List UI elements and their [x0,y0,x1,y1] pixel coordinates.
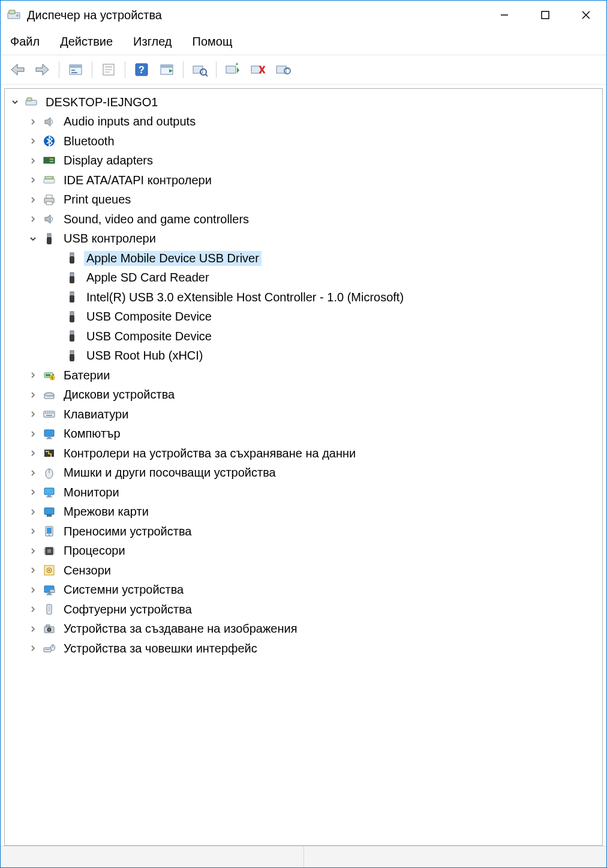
toolbar-back-button[interactable] [7,59,28,80]
toolbar-show-hidden-button[interactable] [65,59,86,80]
svg-rect-90 [44,430,54,436]
svg-rect-41 [44,179,55,183]
tree-device[interactable]: USB Root Hub (xHCI) [7,346,600,366]
tree-category[interactable]: USB контролери [7,229,600,249]
expand-toggle-icon[interactable] [28,487,38,498]
minimize-button[interactable] [484,1,525,29]
menu-action[interactable]: Действие [56,32,116,51]
tree-device[interactable]: Intel(R) USB 3.0 eXtensible Host Control… [7,288,600,307]
toolbar-separator [125,61,125,78]
collapse-toggle-icon[interactable] [28,234,38,244]
battery-icon [42,368,56,382]
toolbar-refresh-button[interactable] [156,59,178,80]
expand-toggle-icon[interactable] [28,429,38,439]
maximize-button[interactable] [525,1,566,29]
tree-root[interactable]: DESKTOP-IEJNGO1 [7,92,600,112]
expand-toggle-icon[interactable] [28,526,38,537]
tree-category-label: Софтуерни устройства [61,602,194,617]
tree-category[interactable]: Устройства за създаване на изображения [7,619,600,639]
expand-toggle-icon[interactable] [28,175,38,185]
svg-rect-57 [70,276,74,283]
expand-toggle-icon[interactable] [28,585,38,595]
expand-toggle-icon[interactable] [28,409,38,420]
tree-category[interactable]: Audio inputs and outputs [7,112,600,132]
device-tree[interactable]: DESKTOP-IEJNGO1Audio inputs and outputsB… [5,89,602,661]
expand-toggle-icon[interactable] [28,604,38,615]
tree-category[interactable]: Контролери на устройства за съхраняване … [7,444,600,463]
tree-device-label: USB Composite Device [84,329,214,344]
menu-file[interactable]: Файл [7,32,43,51]
svg-rect-74 [71,351,72,352]
tree-category[interactable]: Преносими устройства [7,522,600,541]
tree-category[interactable]: Сензори [7,561,600,580]
svg-rect-126 [46,625,50,627]
menu-view[interactable]: Изглед [130,32,175,51]
tree-category[interactable]: Системни устройства [7,580,600,600]
collapse-toggle-icon[interactable] [10,97,20,107]
expand-toggle-icon[interactable] [28,546,38,556]
expand-toggle-icon[interactable] [28,155,38,166]
toolbar-help-button[interactable]: ? [131,59,152,80]
speaker-icon [42,115,56,129]
expand-toggle-icon[interactable] [28,136,38,146]
tree-device[interactable]: USB Composite Device [7,327,600,346]
statusbar [1,846,606,867]
expand-toggle-icon[interactable] [28,565,38,576]
tree-category[interactable]: Компютър [7,424,600,444]
monitor2-icon [42,485,56,499]
tree-category-label: Мишки и други посочващи устройства [61,465,278,480]
tree-category[interactable]: Устройства за човешки интерфейс [7,639,600,659]
expand-toggle-icon[interactable] [28,370,38,381]
menubar: Файл Действие Изглед Помощ [1,29,606,55]
tree-category-label: USB контролери [61,231,158,246]
menu-help[interactable]: Помощ [189,32,236,51]
camera-icon [42,622,56,636]
expand-toggle-icon[interactable] [28,214,38,225]
usb-icon [65,271,79,285]
svg-marker-8 [36,64,49,75]
tree-category[interactable]: Батерии [7,366,600,385]
tree-category[interactable]: Мишки и други посочващи устройства [7,463,600,483]
tree-category-label: Sound, video and game controllers [61,212,251,227]
toolbar-forward-button[interactable] [32,59,53,80]
svg-point-2 [16,14,19,17]
toolbar-uninstall-button[interactable] [272,59,294,80]
tree-category[interactable]: Монитори [7,483,600,502]
tree-category-label: Устройства за човешки интерфейс [61,641,260,656]
tree-device-label: Apple SD Card Reader [84,270,212,285]
tree-category[interactable]: Дискови устройства [7,385,600,405]
toolbar-properties-button[interactable] [98,59,119,80]
tree-category[interactable]: Процесори [7,541,600,561]
expand-toggle-icon[interactable] [28,468,38,478]
titlebar: Диспечер на устройства [1,1,606,29]
expand-toggle-icon[interactable] [28,448,38,459]
svg-rect-121 [46,594,52,595]
tree-category[interactable]: Display adapters [7,151,600,171]
tree-device[interactable]: Apple Mobile Device USB Driver [7,249,600,268]
toolbar-enable-button[interactable] [222,59,244,80]
tree-category-label: IDE ATA/ATAPI контролери [61,173,214,188]
tree-device[interactable]: Apple SD Card Reader [7,268,600,288]
tree-category[interactable]: Bluetooth [7,131,600,151]
toolbar-scan-button[interactable] [189,59,211,80]
expand-toggle-icon[interactable] [28,116,38,127]
tree-category[interactable]: IDE ATA/ATAPI контролери [7,170,600,190]
tree-category[interactable]: Print queues [7,190,600,210]
tree-category[interactable]: Софтуерни устройства [7,600,600,619]
svg-rect-53 [70,256,74,264]
expand-toggle-icon[interactable] [28,624,38,634]
tree-category[interactable]: Мрежови карти [7,502,600,522]
expand-toggle-icon[interactable] [28,390,38,400]
expand-toggle-icon[interactable] [28,643,38,654]
svg-point-118 [49,570,50,571]
tree-category[interactable]: Sound, video and game controllers [7,209,600,229]
toolbar-disable-button[interactable] [247,59,269,80]
expand-toggle-icon[interactable] [28,194,38,205]
svg-rect-99 [47,495,51,496]
svg-rect-66 [71,312,72,313]
expand-toggle-icon[interactable] [28,507,38,517]
tree-category[interactable]: Клавиатури [7,405,600,424]
close-button[interactable] [566,1,606,29]
tree-device[interactable]: USB Composite Device [7,307,600,327]
keyboard-icon [42,407,56,421]
